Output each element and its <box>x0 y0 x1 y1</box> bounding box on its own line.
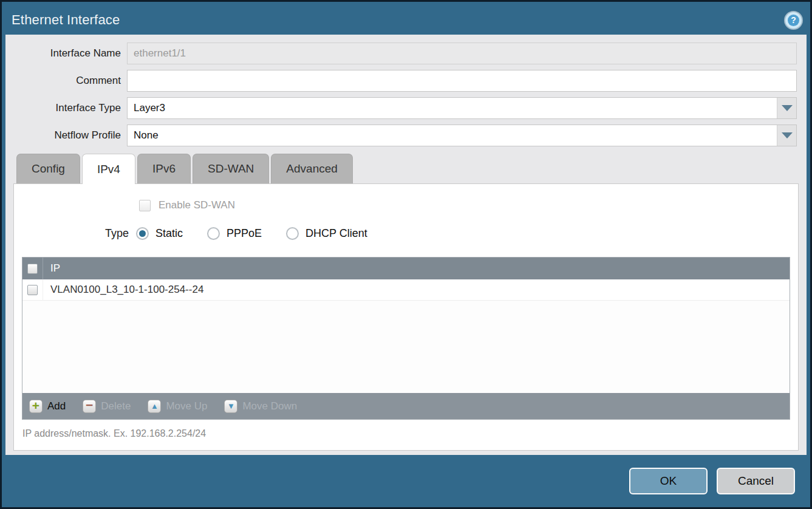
move-up-button-label: Move Up <box>166 400 207 412</box>
netflow-profile-field-wrap: None <box>127 125 797 146</box>
radio-option-static[interactable]: Static <box>136 227 183 240</box>
add-button-label: Add <box>47 400 66 412</box>
netflow-profile-label: Netflow Profile <box>5 129 127 142</box>
move-down-button-label: Move Down <box>242 400 297 412</box>
enable-sdwan-row: Enable SD-WAN <box>139 199 798 211</box>
type-radio-row: Type Static PPPoE DHCP Client <box>105 227 798 240</box>
interface-type-field-wrap: Layer3 <box>127 97 797 119</box>
interface-name-field-wrap <box>127 43 797 64</box>
comment-input[interactable] <box>127 70 797 92</box>
form-row-netflow-profile: Netflow Profile None <box>5 125 807 146</box>
ipv4-tab-panel: Enable SD-WAN Type Static PPPoE DHCP Cli… <box>13 183 799 451</box>
cancel-button[interactable]: Cancel <box>717 468 795 494</box>
netflow-profile-dropdown[interactable]: None <box>127 125 797 146</box>
enable-sdwan-label: Enable SD-WAN <box>159 199 235 211</box>
tab-sd-wan[interactable]: SD-WAN <box>193 154 269 183</box>
form-row-interface-type: Interface Type Layer3 <box>5 97 807 119</box>
delete-button[interactable]: − Delete <box>83 400 131 413</box>
comment-field-wrap <box>127 70 797 92</box>
interface-type-value: Layer3 <box>128 98 777 118</box>
interface-name-input <box>127 43 797 64</box>
help-icon[interactable]: ? <box>785 12 802 29</box>
add-button[interactable]: + Add <box>29 400 66 413</box>
table-row[interactable]: VLAN0100_L3_10-1-100-254--24 <box>22 279 790 301</box>
form-row-comment: Comment <box>5 70 807 92</box>
radio-icon-dhcp-client[interactable] <box>286 227 299 240</box>
arrow-down-icon: ▼ <box>224 400 237 413</box>
tab-advanced[interactable]: Advanced <box>271 154 353 183</box>
radio-icon-pppoe[interactable] <box>207 227 220 240</box>
tab-ipv6[interactable]: IPv6 <box>137 154 191 183</box>
tab-config[interactable]: Config <box>16 154 80 183</box>
netflow-profile-dropdown-button[interactable] <box>777 125 796 146</box>
plus-icon: + <box>29 400 43 413</box>
ip-address-table: IP VLAN0100_L3_10-1-100-254--24 + Add − <box>22 257 790 420</box>
ip-format-hint: IP address/netmask. Ex. 192.168.2.254/24 <box>22 428 798 439</box>
arrow-up-icon: ▲ <box>148 400 161 413</box>
interface-type-dropdown-button[interactable] <box>777 98 796 118</box>
ok-button[interactable]: OK <box>629 468 708 494</box>
minus-icon: − <box>83 400 96 413</box>
dialog-content: Interface Name Comment Interface Type La… <box>5 35 807 455</box>
chevron-down-icon <box>782 105 793 111</box>
interface-type-dropdown[interactable]: Layer3 <box>127 97 797 119</box>
tab-ipv4[interactable]: IPv4 <box>82 154 135 184</box>
table-empty-area <box>22 301 790 393</box>
tab-strip: Config IPv4 IPv6 SD-WAN Advanced <box>16 154 807 183</box>
radio-label-dhcp-client: DHCP Client <box>305 227 367 240</box>
form-row-interface-name: Interface Name <box>5 43 807 64</box>
dialog-footer: OK Cancel <box>2 455 810 507</box>
ip-table-header: IP <box>22 258 790 279</box>
row-checkbox[interactable] <box>27 285 38 295</box>
chevron-down-icon <box>782 132 793 138</box>
radio-label-pppoe: PPPoE <box>227 227 262 240</box>
netflow-profile-value: None <box>128 125 777 146</box>
radio-option-dhcp-client[interactable]: DHCP Client <box>286 227 367 240</box>
interface-type-label: Interface Type <box>5 102 127 114</box>
help-icon-glyph: ? <box>788 15 799 26</box>
row-checkbox-cell <box>22 279 43 300</box>
dialog-title: Ethernet Interface <box>12 12 120 28</box>
radio-label-static: Static <box>155 227 183 240</box>
dialog-titlebar: Ethernet Interface ? <box>2 2 810 35</box>
ip-cell-value[interactable]: VLAN0100_L3_10-1-100-254--24 <box>43 284 203 296</box>
form-area: Interface Name Comment Interface Type La… <box>5 35 807 146</box>
select-all-cell <box>22 258 43 279</box>
ip-column-header: IP <box>43 262 60 275</box>
radio-icon-static[interactable] <box>136 227 149 240</box>
select-all-checkbox[interactable] <box>27 264 38 274</box>
move-up-button[interactable]: ▲ Move Up <box>148 400 207 413</box>
table-toolbar: + Add − Delete ▲ Move Up ▼ Move Down <box>22 393 790 419</box>
interface-name-label: Interface Name <box>5 47 127 60</box>
radio-option-pppoe[interactable]: PPPoE <box>207 227 262 240</box>
comment-label: Comment <box>5 75 127 87</box>
ethernet-interface-dialog: Ethernet Interface ? Interface Name Comm… <box>0 0 812 509</box>
delete-button-label: Delete <box>101 400 131 412</box>
enable-sdwan-checkbox[interactable] <box>139 200 151 211</box>
type-label: Type <box>105 227 129 240</box>
move-down-button[interactable]: ▼ Move Down <box>224 400 297 413</box>
